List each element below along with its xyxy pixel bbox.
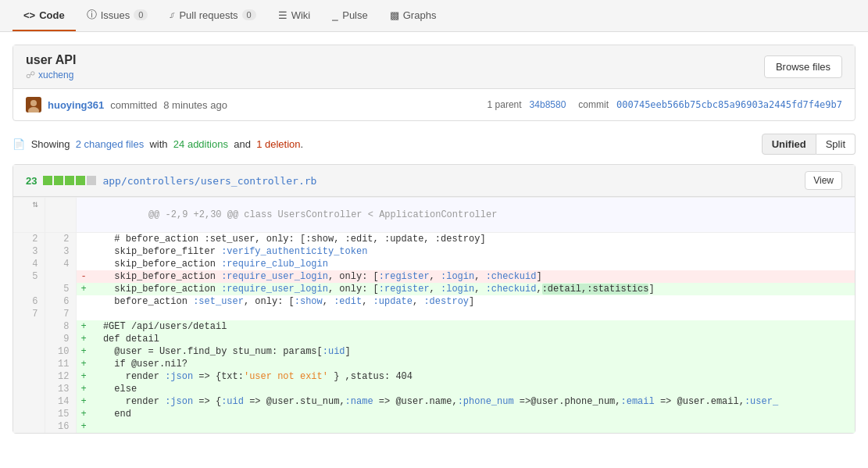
code-cell: before_action :set_user, only: [:show, :… — [76, 295, 855, 308]
line-num-old — [13, 358, 45, 370]
changed-files-link[interactable]: 2 changed files — [76, 138, 144, 150]
code-cell: + skip_before_action :require_user_login… — [76, 283, 855, 295]
commit-action: committed — [110, 99, 157, 111]
code-cell: + render :json => {txt:'user not exit' }… — [76, 370, 855, 383]
code-cell: + def detail — [76, 333, 855, 345]
file-additions-squares — [43, 176, 96, 185]
line-num-old: 7 — [13, 308, 45, 320]
additions-link[interactable]: 24 additions — [173, 138, 228, 150]
svg-point-1 — [30, 100, 37, 106]
line-num-old — [13, 408, 45, 420]
table-row: 16 + — [13, 420, 855, 433]
line-num-old — [13, 320, 45, 333]
table-row: 15 + end — [13, 408, 855, 420]
table-row: 11 + if @user.nil? — [13, 358, 855, 370]
wiki-icon: ☰ — [278, 9, 288, 21]
nav-item-pulse[interactable]: ⎯ Pulse — [321, 0, 379, 31]
code-cell: skip_before_action :require_club_login — [76, 258, 855, 270]
hunk-num-left: ⇅ — [13, 198, 45, 233]
branch-icon: ☍ — [26, 70, 35, 80]
code-cell: + #GET /api/users/detail — [76, 320, 855, 333]
code-cell: + end — [76, 408, 855, 420]
file-path-link[interactable]: app/controllers/users_controller.rb — [102, 175, 316, 187]
table-row: 5 - skip_before_action :require_user_log… — [13, 270, 855, 283]
line-num-new: 16 — [45, 420, 76, 433]
commit-hash-link[interactable]: 000745eeb566b75cbc85a96903a2445fd7f4e9b7 — [616, 99, 842, 110]
view-file-button[interactable]: View — [805, 171, 842, 190]
sq4 — [76, 176, 85, 185]
nav-pr-label: Pull requests — [179, 9, 238, 21]
nav-item-graphs[interactable]: ▩ Graphs — [379, 0, 448, 31]
nav-code-label: Code — [39, 9, 65, 21]
table-row: 10 + @user = User.find_by stu_num: param… — [13, 345, 855, 358]
browse-files-button[interactable]: Browse files — [764, 55, 842, 78]
file-diff-title: 23 app/controllers/users_controller.rb — [26, 175, 316, 187]
table-row: 12 + render :json => {txt:'user not exit… — [13, 370, 855, 383]
line-num-old: 3 — [13, 245, 45, 258]
main-content: user API ☍ xucheng Browse files huoying3… — [0, 32, 868, 459]
line-num-old — [13, 283, 45, 295]
code-cell: + if @user.nil? — [76, 358, 855, 370]
table-row: 6 6 before_action :set_user, only: [:sho… — [13, 295, 855, 308]
code-cell: + @user = User.find_by stu_num: params[:… — [76, 345, 855, 358]
nav-issues-label: Issues — [101, 9, 130, 21]
pulse-icon: ⎯ — [332, 9, 338, 21]
deletions-link[interactable]: 1 deletion — [256, 138, 300, 150]
nav-item-wiki[interactable]: ☰ Wiki — [267, 0, 322, 31]
commit-details: 1 parent 34b8580 commit 000745eeb566b75c… — [488, 99, 842, 110]
file-icon: 📄 — [13, 138, 25, 150]
issues-icon: ⓘ — [87, 8, 97, 22]
code-cell: # before_action :set_user, only: [:show,… — [76, 233, 855, 246]
line-num-new — [45, 270, 76, 283]
line-num-new: 10 — [45, 345, 76, 358]
line-num-old: 5 — [13, 270, 45, 283]
nav-item-pull-requests[interactable]: ⎎ Pull requests 0 — [159, 0, 266, 31]
line-num-new: 4 — [45, 258, 76, 270]
pr-badge: 0 — [242, 9, 256, 20]
top-nav: <> Code ⓘ Issues 0 ⎎ Pull requests 0 ☰ W… — [0, 0, 868, 32]
issues-badge: 0 — [134, 9, 148, 20]
unified-toggle-button[interactable]: Unified — [762, 134, 816, 155]
sq5 — [87, 176, 96, 185]
table-row: 3 3 skip_before_filter :verify_authentic… — [13, 245, 855, 258]
diff-summary: 📄 Showing 2 changed files with 24 additi… — [13, 138, 303, 150]
nav-item-code[interactable]: <> Code — [13, 0, 76, 31]
line-num-new: 3 — [45, 245, 76, 258]
line-num-new: 14 — [45, 395, 76, 408]
nav-wiki-label: Wiki — [291, 9, 311, 21]
commit-author[interactable]: huoying361 — [48, 99, 104, 111]
file-diff: 23 app/controllers/users_controller.rb V… — [13, 164, 855, 434]
code-cell: skip_before_filter :verify_authenticity_… — [76, 245, 855, 258]
line-num-new: 15 — [45, 408, 76, 420]
split-toggle-button[interactable]: Split — [816, 134, 855, 155]
commit-header-left: user API ☍ xucheng — [26, 53, 76, 80]
line-num-new: 8 — [45, 320, 76, 333]
expand-icon[interactable]: ⇅ — [32, 199, 38, 210]
diff-table: ⇅ @@ -2,9 +2,30 @@ class UsersController… — [13, 197, 855, 433]
line-num-old — [13, 333, 45, 345]
graphs-icon: ▩ — [390, 9, 399, 21]
line-num-new: 13 — [45, 383, 76, 395]
code-cell: + — [76, 420, 855, 433]
line-num-old — [13, 420, 45, 433]
table-row: 9 + def detail — [13, 333, 855, 345]
commit-branch[interactable]: xucheng — [38, 70, 73, 80]
additions-count: 23 — [26, 175, 37, 187]
nav-graphs-label: Graphs — [403, 9, 437, 21]
parent-label: 1 parent 34b8580 — [488, 99, 566, 110]
commit-title: user API — [26, 53, 76, 67]
commit-meta: huoying361 committed 8 minutes ago 1 par… — [13, 89, 855, 120]
parent-hash-link[interactable]: 34b8580 — [530, 99, 566, 110]
commit-time: 8 minutes ago — [163, 99, 227, 111]
diff-view-toggle: Unified Split — [762, 134, 855, 155]
commit-label-span: commit 000745eeb566b75cbc85a96903a2445fd… — [578, 99, 842, 110]
line-num-old — [13, 383, 45, 395]
file-diff-header: 23 app/controllers/users_controller.rb V… — [13, 165, 855, 197]
line-num-new: 2 — [45, 233, 76, 246]
commit-box: user API ☍ xucheng Browse files huoying3… — [13, 45, 855, 121]
code-cell: + else — [76, 383, 855, 395]
nav-item-issues[interactable]: ⓘ Issues 0 — [76, 0, 159, 31]
diff-header: 📄 Showing 2 changed files with 24 additi… — [13, 134, 855, 155]
table-row: 4 4 skip_before_action :require_club_log… — [13, 258, 855, 270]
line-num-new: 12 — [45, 370, 76, 383]
